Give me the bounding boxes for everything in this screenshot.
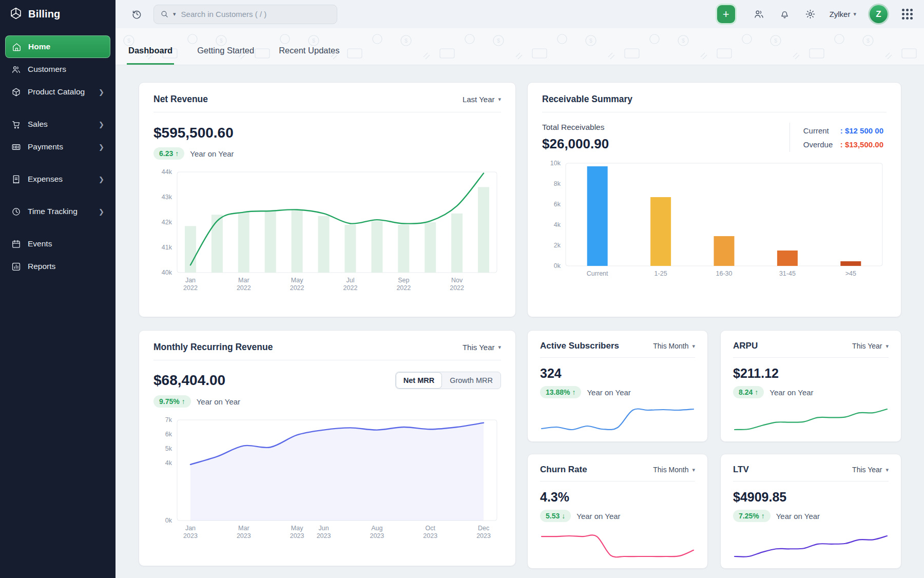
active-subscribers-title: Active Subscribers [540, 341, 619, 351]
sidebar-item-customers[interactable]: Customers [5, 58, 110, 81]
churn-rate-period-select[interactable]: This Month ▾ [653, 466, 695, 474]
quick-create-button[interactable]: + [717, 5, 735, 23]
sidebar-item-sales[interactable]: Sales❯ [5, 113, 110, 136]
svg-text:1-25: 1-25 [654, 270, 667, 277]
svg-text:Jan: Jan [185, 525, 196, 532]
users-admin-icon[interactable] [750, 6, 768, 23]
arpu-delta-badge: 8.24↑ [733, 386, 764, 398]
svg-text:10k: 10k [550, 160, 561, 167]
svg-text:Jun: Jun [318, 525, 329, 532]
svg-text:2023: 2023 [423, 532, 437, 540]
total-receivables-value: $26,000.90 [542, 136, 609, 152]
svg-text:2022: 2022 [450, 284, 464, 292]
mrr-period-select[interactable]: This Year ▾ [463, 343, 501, 352]
overdue-receivables-row: Overdue : $13,500.00 [803, 140, 883, 149]
active-subscribers-delta-badge: 13.88%↑ [540, 386, 581, 398]
apps-grid-icon[interactable] [899, 6, 916, 23]
dashboard-content: Net Revenue Last Year ▾ $595,500.60 6.23… [116, 65, 924, 578]
tab-getting-started[interactable]: Getting Started [196, 46, 256, 65]
sidebar-item-time-tracking[interactable]: Time Tracking❯ [5, 200, 110, 223]
search-scope-chevron-icon[interactable]: ▾ [173, 11, 176, 17]
svg-text:Mar: Mar [238, 525, 249, 532]
net-revenue-period-select[interactable]: Last Year ▾ [463, 95, 501, 104]
arpu-compare-label: Year on Year [769, 388, 813, 397]
sidebar-item-payments[interactable]: Payments❯ [5, 136, 110, 158]
svg-text:5k: 5k [165, 445, 172, 452]
current-value: : $12 500 00 [840, 126, 883, 135]
chevron-down-icon: ▾ [886, 343, 889, 350]
arrow-up-icon: ↑ [761, 512, 765, 520]
sidebar-item-expenses[interactable]: Expenses❯ [5, 168, 110, 190]
mrr-toggle: Net MRR Growth MRR [395, 372, 501, 389]
box-icon [11, 87, 21, 97]
overdue-value: : $13,500.00 [840, 140, 883, 149]
svg-text:2023: 2023 [370, 532, 384, 540]
dashboard-tabs: DashboardGetting StartedRecent Updates [127, 46, 341, 65]
ltv-period-select[interactable]: This Year ▾ [852, 466, 889, 474]
current-label: Current [803, 126, 840, 135]
growth-mrr-toggle-button[interactable]: Growth MRR [442, 372, 500, 389]
chevron-down-icon: ▾ [498, 96, 501, 103]
metric-cards-grid: Active Subscribers This Month ▾ 324 13.8… [527, 330, 901, 569]
churn-rate-title: Churn Rate [540, 465, 587, 475]
sidebar-item-events[interactable]: Events [5, 233, 110, 255]
active-subscribers-period-select[interactable]: This Month ▾ [653, 342, 695, 350]
svg-text:Current: Current [587, 270, 608, 277]
chevron-down-icon: ▾ [853, 11, 856, 17]
settings-gear-icon[interactable] [802, 6, 819, 23]
svg-text:Sep: Sep [398, 277, 409, 284]
org-name: Zylker [830, 10, 851, 18]
svg-text:0k: 0k [554, 262, 561, 269]
svg-text:6k: 6k [554, 201, 561, 208]
notifications-bell-icon[interactable] [776, 6, 794, 23]
receivable-summary-card: Receivable Summary Total Receivables $26… [527, 82, 901, 317]
svg-text:2k: 2k [554, 242, 561, 249]
recent-activity-icon[interactable] [128, 6, 145, 23]
chevron-right-icon: ❯ [99, 208, 104, 216]
mrr-compare-label: Year on Year [197, 397, 240, 406]
search-input[interactable] [181, 10, 331, 18]
net-mrr-toggle-button[interactable]: Net MRR [396, 372, 442, 389]
ltv-compare-label: Year on Year [776, 512, 820, 521]
arrow-up-icon: ↑ [175, 149, 179, 158]
global-search[interactable]: ▾ [153, 5, 337, 24]
ltv-card: LTV This Year ▾ $4909.85 7.25%↑ Year on [720, 454, 901, 569]
sidebar-item-reports[interactable]: Reports [5, 255, 110, 278]
app-logo[interactable]: Billing [0, 0, 116, 28]
svg-text:2022: 2022 [237, 284, 251, 292]
user-avatar[interactable]: Z [870, 5, 888, 23]
clock-icon [11, 207, 21, 217]
tab-recent-updates[interactable]: Recent Updates [277, 46, 341, 65]
sidebar-nav: HomeCustomersProduct Catalog❯Sales❯Payme… [0, 28, 116, 278]
svg-text:16-30: 16-30 [716, 270, 733, 277]
ltv-title: LTV [733, 465, 749, 475]
receivable-summary-title: Receivable Summary [542, 94, 632, 105]
chevron-down-icon: ▾ [692, 467, 695, 473]
svg-text:Nov: Nov [451, 277, 463, 284]
net-revenue-compare-label: Year on Year [190, 149, 234, 158]
arrow-down-icon: ↓ [562, 512, 565, 520]
svg-text:Mar: Mar [238, 277, 249, 284]
mrr-period-value: This Year [463, 343, 495, 352]
current-receivables-row: Current : $12 500 00 [803, 126, 883, 135]
arrow-up-icon: ↑ [572, 388, 575, 396]
org-switcher[interactable]: Zylker ▾ [827, 7, 858, 22]
mrr-title: Monthly Recurring Revenue [153, 342, 273, 353]
chevron-right-icon: ❯ [99, 143, 104, 151]
mrr-card: Monthly Recurring Revenue This Year ▾ $6… [139, 330, 516, 566]
svg-text:Aug: Aug [371, 525, 382, 532]
active-subscribers-sparkline [540, 408, 695, 431]
tab-dashboard[interactable]: Dashboard [127, 46, 174, 65]
arpu-period-select[interactable]: This Year ▾ [852, 342, 889, 350]
svg-text:40k: 40k [162, 269, 172, 276]
calendar-icon [11, 239, 21, 249]
topbar: ▾ + Zylker ▾ Z [116, 0, 924, 28]
svg-text:31-45: 31-45 [779, 270, 796, 277]
sidebar-item-home[interactable]: Home [5, 35, 110, 58]
tabstrip: $ DashboardGetting StartedRecent Updates [116, 28, 924, 65]
svg-text:2023: 2023 [183, 532, 198, 540]
sidebar-item-product-catalog[interactable]: Product Catalog❯ [5, 81, 110, 103]
arpu-sparkline [733, 408, 889, 431]
churn-rate-sparkline [540, 534, 695, 558]
home-icon [12, 42, 22, 52]
